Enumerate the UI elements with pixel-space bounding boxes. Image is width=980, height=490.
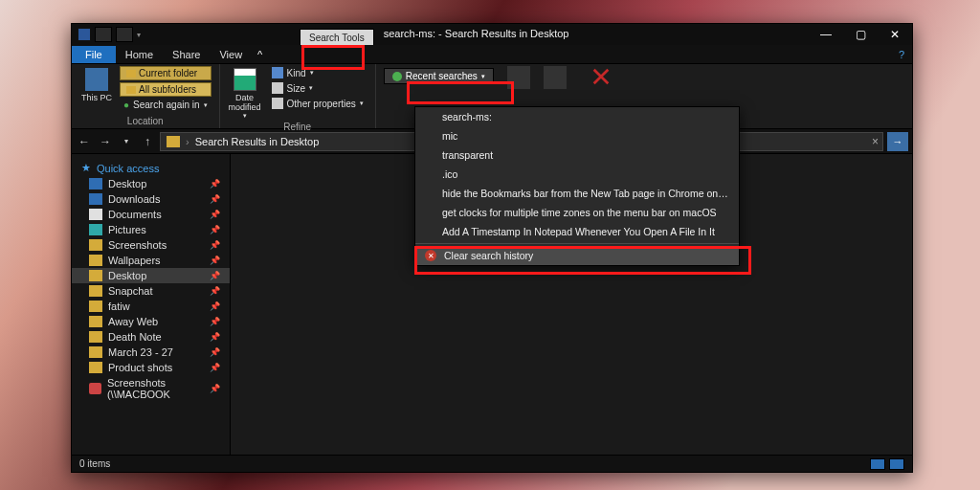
details-view-button[interactable] <box>870 458 885 470</box>
recent-search-item[interactable]: get clocks for multiple time zones on th… <box>415 203 739 222</box>
pin-icon: 📌 <box>210 271 220 280</box>
sidebar-item[interactable]: March 23 - 27📌 <box>72 345 230 360</box>
folder-icon <box>89 301 102 312</box>
sidebar-item[interactable]: Documents📌 <box>72 207 230 222</box>
recent-search-item[interactable]: hide the Bookmarks bar from the New Tab … <box>415 184 739 203</box>
qat-button[interactable] <box>116 27 133 42</box>
file-menu[interactable]: File <box>72 46 116 63</box>
pin-icon: 📌 <box>210 256 220 265</box>
sidebar-item[interactable]: Screenshots📌 <box>72 237 230 253</box>
folder-icon <box>89 285 102 297</box>
star-icon: ★ <box>81 162 91 174</box>
titlebar: ▾ Search Tools search-ms: - Search Resul… <box>72 24 912 45</box>
advanced-options-button[interactable] <box>507 66 530 89</box>
forward-button[interactable]: → <box>97 135 114 148</box>
ribbon-group-label: Location <box>79 114 212 126</box>
sidebar-item[interactable]: Away Web📌 <box>72 314 230 329</box>
pin-icon: 📌 <box>210 332 220 342</box>
up-button[interactable]: ↑ <box>139 135 156 148</box>
pin-icon: 📌 <box>210 347 220 357</box>
ribbon-group-refine: Date modified▾ Kind ▾ Size ▾ Other prope… <box>220 64 376 128</box>
sidebar-item[interactable]: Screenshots (\\MACBOOK📌 <box>72 375 230 402</box>
close-button[interactable]: ✕ <box>878 24 912 45</box>
item-count: 0 items <box>79 458 110 469</box>
menu-tabs: File Home Share View ^ ? <box>72 45 912 64</box>
sidebar-item[interactable]: fatiw📌 <box>72 299 230 314</box>
other-properties-button[interactable]: Other properties ▾ <box>268 97 368 110</box>
current-folder-button[interactable]: Current folder <box>120 66 212 80</box>
date-modified-label: Date modified <box>228 93 262 112</box>
home-tab[interactable]: Home <box>116 46 163 63</box>
recent-search-item[interactable]: .ico <box>415 165 739 184</box>
menu-separator <box>415 243 739 244</box>
sidebar-item[interactable]: Snapchat📌 <box>72 283 230 299</box>
maximize-button[interactable]: ▢ <box>843 24 878 45</box>
save-search-button[interactable] <box>544 66 567 89</box>
help-icon[interactable]: ? <box>891 49 912 60</box>
clear-history-icon: ✕ <box>425 250 436 261</box>
clear-search-icon[interactable]: × <box>872 135 879 148</box>
folder-icon <box>89 331 102 343</box>
qat-dropdown-icon[interactable]: ▾ <box>137 31 141 39</box>
quick-access-root[interactable]: ★ Quick access <box>72 160 230 176</box>
recent-locations-button[interactable]: ▾ <box>118 137 135 145</box>
sidebar-item[interactable]: Product shots📌 <box>72 360 230 375</box>
recent-search-item[interactable]: Add A Timestamp In Notepad Whenever You … <box>415 222 739 241</box>
breadcrumb[interactable]: Search Results in Desktop <box>195 136 320 147</box>
folder-icon <box>89 193 102 205</box>
sidebar-item[interactable]: Desktop📌 <box>72 176 230 191</box>
sidebar-item[interactable]: Death Note📌 <box>72 329 230 345</box>
folder-icon <box>167 136 180 147</box>
navigation-pane: ★ Quick access Desktop📌Downloads📌Documen… <box>72 154 231 455</box>
pin-icon: 📌 <box>210 240 220 250</box>
pin-icon: 📌 <box>210 194 220 204</box>
pin-icon: 📌 <box>210 301 220 311</box>
recent-search-item[interactable]: search-ms: <box>415 107 739 126</box>
kind-button[interactable]: Kind ▾ <box>268 66 368 79</box>
sidebar-item-label: Snapchat <box>108 285 152 297</box>
ribbon-group-label: Refine <box>228 120 368 132</box>
sidebar-item-label: Wallpapers <box>108 255 161 266</box>
recent-search-item[interactable]: transparent <box>415 145 739 165</box>
recent-searches-button[interactable]: Recent searches ▾ <box>384 68 494 84</box>
folder-icon <box>89 224 102 235</box>
status-bar: 0 items <box>72 455 912 472</box>
date-modified-button[interactable]: Date modified▾ <box>228 66 262 120</box>
folder-icon <box>89 346 102 358</box>
sidebar-item[interactable]: Desktop📌 <box>72 268 230 283</box>
folder-icon <box>89 316 102 327</box>
all-subfolders-button[interactable]: All subfolders <box>120 82 212 97</box>
pin-icon: 📌 <box>210 210 220 219</box>
sidebar-item[interactable]: Pictures📌 <box>72 222 230 237</box>
sidebar-item-label: Desktop <box>108 178 146 189</box>
size-button[interactable]: Size ▾ <box>268 81 368 95</box>
search-tools-tab[interactable]: Search Tools <box>300 29 374 45</box>
sidebar-item-label: Pictures <box>108 224 146 235</box>
recent-searches-dropdown: search-ms:mictransparent.icohide the Boo… <box>414 106 740 266</box>
search-go-button[interactable]: → <box>887 132 908 151</box>
app-icon <box>78 28 91 41</box>
clear-search-history-item[interactable]: ✕ Clear search history <box>415 246 739 265</box>
quick-access-toolbar: ▾ <box>72 24 146 45</box>
folder-icon <box>89 362 102 373</box>
ribbon-collapse-icon[interactable]: ^ <box>252 49 268 60</box>
sidebar-item-label: Documents <box>108 209 162 220</box>
search-again-in-button[interactable]: ●Search again in ▾ <box>120 99 212 111</box>
share-tab[interactable]: Share <box>163 46 210 63</box>
view-tab[interactable]: View <box>210 46 252 63</box>
sidebar-item-label: Screenshots <box>108 239 167 251</box>
back-button[interactable]: ← <box>76 135 93 148</box>
sidebar-item[interactable]: Wallpapers📌 <box>72 253 230 268</box>
file-explorer-window: ▾ Search Tools search-ms: - Search Resul… <box>71 23 913 473</box>
minimize-button[interactable]: — <box>809 24 843 45</box>
qat-button[interactable] <box>95 27 112 42</box>
folder-icon <box>89 178 102 189</box>
this-pc-button[interactable]: This PC <box>79 66 114 102</box>
sidebar-item-label: Screenshots (\\MACBOOK <box>107 377 222 400</box>
pin-icon: 📌 <box>210 317 220 326</box>
sidebar-item[interactable]: Downloads📌 <box>72 191 230 207</box>
folder-icon <box>89 270 102 281</box>
large-icons-view-button[interactable] <box>889 458 904 470</box>
recent-search-item[interactable]: mic <box>415 126 739 145</box>
close-search-button[interactable] <box>580 66 622 87</box>
